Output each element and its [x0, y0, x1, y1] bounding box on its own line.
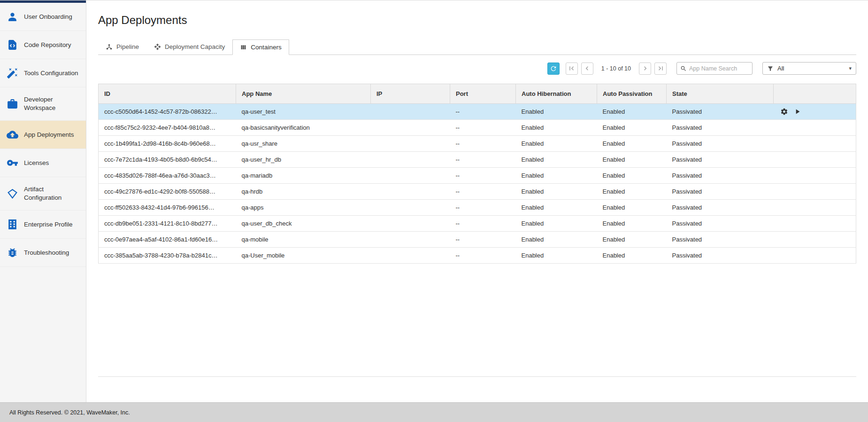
cell: --: [450, 248, 516, 264]
tab-label: Deployment Capacity: [165, 43, 225, 50]
table-row[interactable]: ccc-385aa5ab-3788-4230-b78a-b2841c…qa-Us…: [99, 248, 856, 264]
tab-containers[interactable]: Containers: [232, 39, 289, 55]
cell: qa-basicsanityverification: [236, 120, 371, 136]
table-row[interactable]: ccc-4835d026-788f-46ea-a76d-30aac3…qa-ma…: [99, 168, 856, 184]
row-actions: [774, 248, 856, 264]
search-icon: [680, 65, 687, 72]
cell: ccc-7e72c1da-4193-4b05-b8d0-6b9c54…: [99, 152, 236, 168]
cell: [371, 120, 450, 136]
sidebar-item-label: Tools Configuration: [24, 69, 78, 78]
tab-label: Pipeline: [116, 43, 139, 50]
toolbar: 1 - 10 of 10: [98, 62, 856, 75]
sidebar-item-label: Code Repository: [24, 41, 71, 49]
sidebar-item-troubleshooting[interactable]: Troubleshooting: [0, 239, 86, 267]
cell: Enabled: [597, 216, 667, 232]
column-header: State: [667, 84, 774, 104]
cell: --: [450, 152, 516, 168]
cell: --: [450, 136, 516, 152]
cell: Enabled: [516, 168, 597, 184]
cell: ccc-ff502633-8432-41d4-97b6-996156…: [99, 200, 236, 216]
containers-table: IDApp NameIPPortAuto HibernationAuto Pas…: [98, 84, 856, 264]
run-icon[interactable]: [793, 108, 801, 116]
column-header: Auto Hibernation: [516, 84, 597, 104]
table-row[interactable]: ccc-f85c75c2-9232-4ee7-b404-9810a8…qa-ba…: [99, 120, 856, 136]
cell: --: [450, 120, 516, 136]
cell: Passivated: [667, 152, 774, 168]
sidebar-item-developer-workspace[interactable]: Developer Workspace: [0, 87, 86, 121]
cell: qa-mariadb: [236, 168, 371, 184]
sidebar-item-user-onboarding[interactable]: User Onboarding: [0, 3, 86, 31]
column-header: [774, 84, 856, 104]
cell: Enabled: [597, 168, 667, 184]
row-actions: [774, 232, 856, 248]
sidebar-item-label: Artifact Configuration: [24, 185, 82, 202]
next-page-button[interactable]: [639, 63, 651, 75]
cloud-upload-icon: [7, 129, 18, 141]
cell: ccc-0e97aea4-a5af-4102-86a1-fd60e16…: [99, 232, 236, 248]
main-content: App Deployments Pipeline Deployment Capa…: [86, 0, 868, 402]
tab-pipeline[interactable]: Pipeline: [98, 39, 146, 55]
table-row[interactable]: ccc-c5050d64-1452-4c57-872b-086322…qa-us…: [99, 104, 856, 120]
filter-icon: [767, 65, 774, 72]
cell: qa-user_hr_db: [236, 152, 371, 168]
first-page-button[interactable]: [566, 63, 578, 75]
footer: All Rights Reserved. © 2021, WaveMaker, …: [0, 402, 868, 422]
refresh-button[interactable]: [547, 63, 560, 75]
sidebar-item-app-deployments[interactable]: App Deployments: [0, 121, 86, 149]
cell: Passivated: [667, 216, 774, 232]
diamond-icon: [7, 188, 18, 200]
pipeline-icon: [106, 43, 113, 50]
chevron-down-icon: ▾: [849, 65, 852, 71]
building-icon: [7, 219, 18, 230]
row-actions: [774, 152, 856, 168]
table-row[interactable]: ccc-0e97aea4-a5af-4102-86a1-fd60e16…qa-m…: [99, 232, 856, 248]
prev-page-button[interactable]: [581, 63, 593, 75]
state-filter-dropdown[interactable]: All ▾: [762, 62, 856, 75]
cell: qa-mobile: [236, 232, 371, 248]
cell: Enabled: [516, 232, 597, 248]
cell: [371, 200, 450, 216]
cell: Enabled: [516, 120, 597, 136]
cell: Enabled: [597, 152, 667, 168]
cell: qa-user_db_check: [236, 216, 371, 232]
cell: Passivated: [667, 168, 774, 184]
column-header: App Name: [236, 84, 371, 104]
sidebar-item-enterprise-profile[interactable]: Enterprise Profile: [0, 211, 86, 239]
cell: Passivated: [667, 232, 774, 248]
copyright-text: All Rights Reserved. © 2021, WaveMaker, …: [9, 409, 130, 416]
cell: Enabled: [597, 120, 667, 136]
sidebar-item-label: Licenses: [24, 159, 49, 167]
search-input[interactable]: [689, 65, 749, 72]
column-header: Port: [450, 84, 516, 104]
refresh-icon: [550, 65, 557, 72]
cell: ccc-4835d026-788f-46ea-a76d-30aac3…: [99, 168, 236, 184]
sidebar-item-artifact-configuration[interactable]: Artifact Configuration: [0, 177, 86, 211]
sidebar-item-tools-configuration[interactable]: Tools Configuration: [0, 59, 86, 87]
table-row[interactable]: ccc-49c27876-ed1c-4292-b0f8-550588…qa-hr…: [99, 184, 856, 200]
cell: [371, 248, 450, 264]
settings-icon[interactable]: [780, 108, 788, 116]
bug-icon: [7, 247, 18, 258]
chevron-right-icon: [641, 64, 649, 72]
cell: ccc-1b499fa1-2d98-416b-8c4b-960e68…: [99, 136, 236, 152]
cell: qa-usr_share: [236, 136, 371, 152]
filter-value: All: [777, 65, 784, 72]
cell: [371, 216, 450, 232]
row-actions: [774, 104, 856, 120]
sidebar-item-code-repository[interactable]: Code Repository: [0, 31, 86, 59]
table-row[interactable]: ccc-1b499fa1-2d98-416b-8c4b-960e68…qa-us…: [99, 136, 856, 152]
sidebar-item-licenses[interactable]: Licenses: [0, 149, 86, 177]
tab-deployment-capacity[interactable]: Deployment Capacity: [146, 39, 232, 55]
sidebar-item-label: Troubleshooting: [24, 249, 69, 257]
cell: [371, 184, 450, 200]
table-row[interactable]: ccc-db9be051-2331-4121-8c10-8bd277…qa-us…: [99, 216, 856, 232]
row-actions: [774, 216, 856, 232]
first-page-icon: [568, 64, 576, 72]
last-page-button[interactable]: [654, 63, 667, 75]
table-header-row: IDApp NameIPPortAuto HibernationAuto Pas…: [99, 84, 856, 104]
cell: Enabled: [516, 248, 597, 264]
cell: Enabled: [597, 136, 667, 152]
cell: Passivated: [667, 104, 774, 120]
table-row[interactable]: ccc-ff502633-8432-41d4-97b6-996156…qa-ap…: [99, 200, 856, 216]
table-row[interactable]: ccc-7e72c1da-4193-4b05-b8d0-6b9c54…qa-us…: [99, 152, 856, 168]
